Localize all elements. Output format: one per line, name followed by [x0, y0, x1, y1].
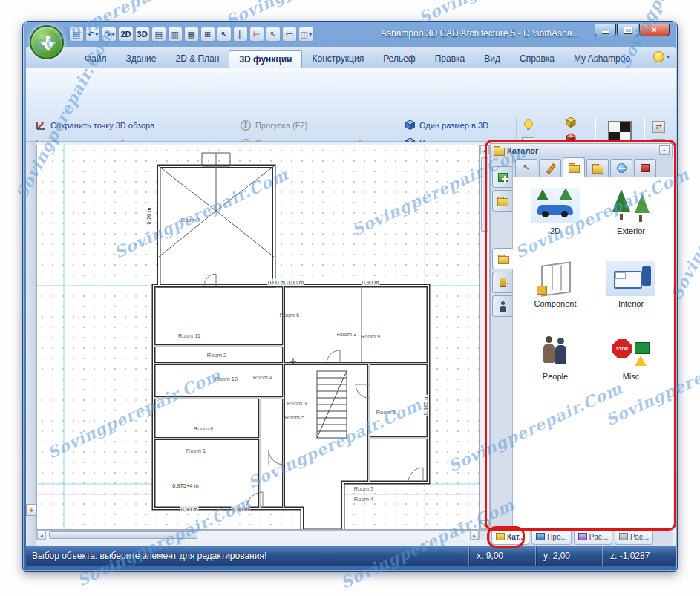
- catalog-item-exterior[interactable]: Exterior: [595, 185, 667, 247]
- panel-tab-icon: [536, 533, 545, 540]
- window-controls: ×: [595, 24, 670, 36]
- open-folder-icon: [497, 254, 509, 264]
- ruler-icon: ▭: [285, 30, 292, 39]
- blue-cube-icon: [405, 119, 416, 131]
- catalog-item-2d[interactable]: 2D: [519, 185, 592, 247]
- coordinate-z: z: -1,0287: [602, 546, 676, 566]
- redo-icon: ↷: [104, 30, 111, 39]
- close-button[interactable]: ×: [639, 24, 670, 36]
- maximize-button[interactable]: [617, 24, 638, 36]
- qat-button-12[interactable]: ↖: [266, 27, 281, 42]
- qat-button-1[interactable]: ↶▾: [85, 27, 100, 42]
- horizontal-scrollbar[interactable]: ◂ ▸: [36, 530, 480, 540]
- titlebar[interactable]: ▤↶▾↷▾2D3D▤▥▦⊞↖∥⊢↖▭◫▾ Ashampoo 3D CAD Arc…: [23, 22, 677, 47]
- new-document-icon: ▤: [73, 30, 80, 39]
- help-caret-icon[interactable]: ▾: [667, 53, 670, 60]
- layout-quad-icon: ▦: [187, 30, 194, 39]
- tab-4[interactable]: Конструкция: [302, 50, 373, 68]
- project-tool-button[interactable]: ⇄: [652, 121, 665, 133]
- catalog-item-label: People: [519, 372, 592, 381]
- folder-icon: [568, 163, 580, 173]
- catalog-options-icon[interactable]: ▪: [659, 145, 670, 155]
- maximize-icon: [624, 27, 632, 33]
- light-button[interactable]: [522, 118, 535, 131]
- tab-1[interactable]: Здание: [117, 50, 166, 68]
- qat-button-8[interactable]: ⊞: [200, 27, 215, 42]
- panel-tab-2[interactable]: Рас...: [574, 529, 612, 545]
- scroll-right-icon[interactable]: ▸: [470, 531, 479, 540]
- tab-0[interactable]: Файл: [75, 50, 117, 68]
- tab-6[interactable]: Правка: [425, 50, 475, 68]
- dropdown-caret-icon[interactable]: ▾: [95, 31, 98, 38]
- side-tab-catalog[interactable]: [492, 190, 512, 212]
- dropdown-caret-icon[interactable]: ▾: [309, 31, 312, 38]
- qat-button-0[interactable]: ▤: [69, 27, 84, 42]
- qat-button-11[interactable]: ⊢: [249, 27, 264, 42]
- tab-9[interactable]: My Ashampoo: [564, 50, 640, 68]
- tab-7[interactable]: Вид: [474, 50, 510, 68]
- misc-icon: [606, 333, 655, 369]
- compass-tool-button[interactable]: +: [26, 504, 37, 516]
- dropdown-caret-icon[interactable]: ▾: [111, 31, 114, 38]
- tab-3[interactable]: 3D функции: [229, 50, 302, 68]
- help-lamp-icon[interactable]: [653, 51, 664, 62]
- catalog-tab-edit[interactable]: [539, 159, 561, 177]
- catalog-item-people[interactable]: People: [519, 330, 592, 393]
- catalog-tab-objects[interactable]: [634, 159, 656, 177]
- catalog-grid: 2DExteriorComponentInteriorPeopleMisc: [513, 177, 673, 528]
- walk-button[interactable]: Прогулка (F2): [240, 119, 307, 131]
- application-menu-button[interactable]: [30, 25, 64, 59]
- qat-button-7[interactable]: ▦: [184, 27, 199, 42]
- tools-icon: [498, 173, 508, 182]
- catalog-item-component[interactable]: Component: [519, 258, 592, 320]
- qat-button-2[interactable]: ↷▾: [102, 27, 117, 42]
- catalog-folder-icon: [493, 145, 504, 156]
- tab-2[interactable]: 2D & План: [166, 50, 229, 68]
- ribbon-body: Сохранить точку 3D обзора Сохранить точк…: [26, 68, 676, 142]
- measure-icon: ⊢: [253, 30, 261, 39]
- qat-button-10[interactable]: ∥: [233, 27, 248, 42]
- panel-tab-1[interactable]: Про...: [531, 529, 572, 545]
- one-dimension-3d-button[interactable]: Один размер в 3D: [405, 119, 488, 131]
- tab-5[interactable]: Рельеф: [373, 50, 425, 68]
- side-tab-building[interactable]: [492, 166, 512, 188]
- side-tab-objects[interactable]: [492, 248, 514, 269]
- catalog-item-label: Misc: [595, 372, 667, 381]
- catalog-item-interior[interactable]: Interior: [595, 258, 667, 320]
- layout-single-icon: ▤: [154, 30, 162, 39]
- horizontal-scroll-thumb[interactable]: [49, 531, 197, 539]
- left-toolbar: +: [26, 142, 36, 546]
- catalog-item-misc[interactable]: Misc: [595, 330, 667, 393]
- vertical-scrollbar[interactable]: ▴ ▾: [480, 145, 490, 530]
- side-tab-doors[interactable]: [492, 272, 512, 293]
- scroll-down-icon[interactable]: ▾: [480, 520, 489, 529]
- scroll-up-icon[interactable]: ▴: [480, 145, 489, 154]
- catalog-tab-library[interactable]: [586, 159, 609, 177]
- swap-icon: ⇄: [652, 121, 665, 133]
- save-3d-viewpoint-button[interactable]: Сохранить точку 3D обзора: [35, 119, 154, 131]
- qat-button-4[interactable]: 3D: [135, 27, 150, 42]
- side-tab-people[interactable]: [492, 295, 512, 317]
- qat-button-5[interactable]: ▤: [151, 27, 166, 42]
- scroll-left-icon[interactable]: ◂: [37, 531, 46, 540]
- 3d-view-button[interactable]: [565, 117, 577, 128]
- door-icon: [500, 278, 506, 287]
- qat-button-13[interactable]: ▭: [282, 27, 297, 42]
- qat-button-6[interactable]: ▥: [168, 27, 183, 42]
- drawing-canvas[interactable]: Room 7Room 11Room 2Room 6Room 3Room 9Roo…: [36, 145, 480, 530]
- minimize-button[interactable]: [595, 24, 616, 36]
- qat-button-9[interactable]: ↖: [217, 27, 232, 42]
- catalog-tab-folder[interactable]: [563, 157, 585, 177]
- vertical-scroll-thumb[interactable]: [481, 157, 488, 232]
- coordinate-x: x: 9,00: [468, 546, 535, 566]
- one-dimension-3d-label: Один размер в 3D: [419, 121, 488, 130]
- catalog-tab-pointer[interactable]: [515, 159, 537, 177]
- qat-button-3[interactable]: 2D: [118, 27, 133, 42]
- panel-tab-3[interactable]: Рас...: [615, 529, 653, 545]
- panel-tab-0[interactable]: Кат...: [491, 529, 529, 545]
- tracing-button[interactable]: [608, 121, 632, 143]
- qat-button-14[interactable]: ◫▾: [298, 27, 314, 42]
- tab-8[interactable]: Справка: [510, 50, 564, 68]
- catalog-tab-web[interactable]: [610, 159, 632, 177]
- catalog-item-label: Interior: [595, 299, 667, 308]
